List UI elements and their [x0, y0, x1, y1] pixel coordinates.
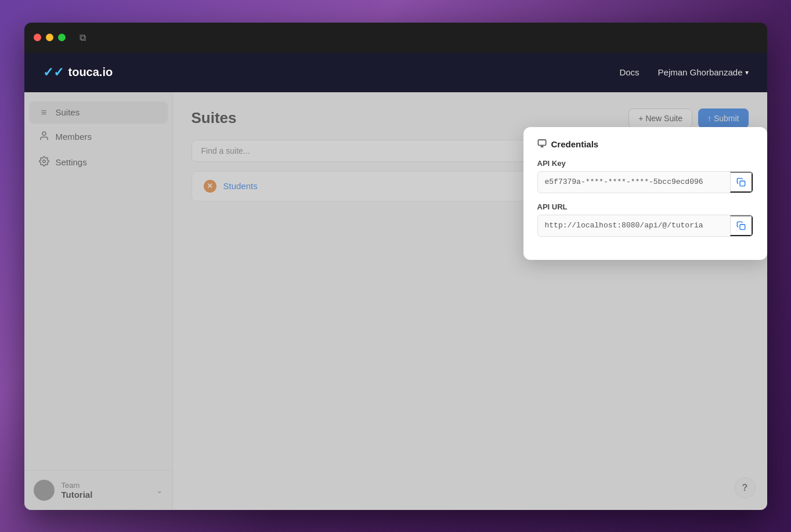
api-url-section: API URL	[537, 202, 753, 237]
credentials-icon	[537, 139, 547, 150]
titlebar: ⧉	[24, 23, 767, 53]
api-url-copy-button[interactable]	[730, 215, 753, 236]
api-url-value[interactable]	[538, 216, 730, 234]
credentials-title-text: Credentials	[551, 139, 599, 149]
api-key-section: API Key	[537, 159, 753, 193]
user-name: Pejman Ghorbanzade	[658, 67, 743, 77]
logo[interactable]: ✓✓ touca.io	[43, 65, 113, 80]
svg-rect-7	[740, 181, 745, 186]
api-key-label: API Key	[537, 159, 753, 168]
traffic-lights	[34, 34, 66, 41]
credentials-popup: Credentials API Key API URL	[523, 127, 767, 260]
api-key-value[interactable]	[538, 173, 730, 191]
svg-rect-8	[740, 225, 745, 230]
main-area: ≡ Suites Members	[24, 92, 767, 510]
minimize-traffic-light[interactable]	[46, 34, 53, 41]
fullscreen-traffic-light[interactable]	[58, 34, 66, 41]
user-menu-chevron-icon: ▾	[745, 68, 749, 77]
svg-rect-4	[538, 140, 546, 145]
credentials-title: Credentials	[537, 139, 753, 150]
api-url-field	[537, 215, 753, 237]
window-icon: ⧉	[80, 32, 86, 43]
logo-checkmark-icon: ✓✓	[43, 65, 64, 80]
api-url-label: API URL	[537, 202, 753, 211]
topnav: ✓✓ touca.io Docs Pejman Ghorbanzade ▾	[24, 53, 767, 92]
logo-text: touca.io	[68, 66, 113, 79]
docs-link[interactable]: Docs	[619, 67, 639, 77]
app-window: ⧉ ✓✓ touca.io Docs Pejman Ghorbanzade ▾ …	[24, 23, 767, 510]
close-traffic-light[interactable]	[34, 34, 41, 41]
api-key-field	[537, 171, 753, 193]
user-menu[interactable]: Pejman Ghorbanzade ▾	[658, 67, 749, 77]
api-key-copy-button[interactable]	[730, 172, 753, 193]
nav-right: Docs Pejman Ghorbanzade ▾	[619, 67, 748, 77]
